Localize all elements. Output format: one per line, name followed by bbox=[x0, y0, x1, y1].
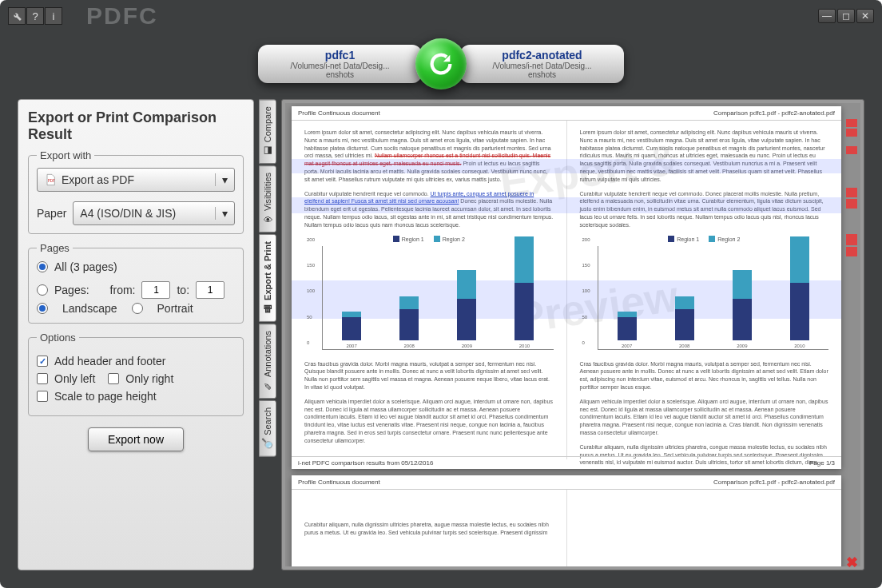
paper-label: Paper bbox=[37, 207, 66, 220]
chevron-down-icon: ▾ bbox=[215, 173, 228, 186]
svg-text:PDF: PDF bbox=[48, 179, 55, 183]
all-pages-label: All (3 pages) bbox=[54, 260, 117, 273]
file-right-card[interactable]: pdfc2-anotated /Volumes/i-net Data/Desig… bbox=[460, 45, 624, 83]
page-header-left: Profile Continuous document bbox=[298, 109, 380, 117]
preview-pane: Profile Continuous documentComparison pd… bbox=[281, 99, 864, 570]
pages-group: Pages All (3 pages) Pages: from: to: Lan… bbox=[28, 242, 244, 324]
preview-page-2: Profile Continuous documentComparison pd… bbox=[292, 475, 841, 566]
export-with-group: Export with PDF Export as PDF ▾ Paper A4… bbox=[28, 149, 244, 234]
page-footer-left: i-net PDFC comparison results from 05/12… bbox=[298, 459, 433, 467]
search-icon: 🔍 bbox=[262, 439, 273, 450]
file-right-name: pdfc2-anotated bbox=[502, 49, 582, 62]
pages-legend: Pages bbox=[37, 242, 73, 254]
export-panel: Export or Print Comparison Result Export… bbox=[18, 99, 254, 570]
diff-marker[interactable] bbox=[846, 199, 857, 209]
file-right-path: /Volumes/i-net Data/Desig...enshots bbox=[493, 62, 592, 79]
diff-highlight bbox=[292, 197, 841, 213]
file-left-name: pdfc1 bbox=[325, 49, 355, 62]
annotation-icon: ✎ bbox=[262, 380, 273, 391]
maximize-button[interactable]: ◻ bbox=[837, 9, 855, 23]
diff-highlight bbox=[292, 159, 841, 173]
radio-all-pages[interactable] bbox=[37, 261, 48, 272]
to-input[interactable] bbox=[196, 281, 224, 299]
eye-icon: 👁 bbox=[262, 214, 273, 225]
only-right-label: Only right bbox=[125, 372, 173, 385]
export-with-legend: Export with bbox=[37, 149, 94, 161]
diff-marker[interactable] bbox=[846, 188, 857, 197]
pages-range-label: Pages: bbox=[54, 284, 89, 296]
diff-marker[interactable] bbox=[846, 247, 857, 256]
help-icon[interactable]: ? bbox=[26, 7, 44, 25]
export-format-select[interactable]: PDF Export as PDF ▾ bbox=[37, 168, 235, 192]
page2-col-right bbox=[566, 490, 842, 566]
from-label: from: bbox=[110, 284, 136, 296]
info-icon[interactable]: i bbox=[45, 7, 62, 25]
options-group: Options Add header and footer Only left … bbox=[28, 332, 244, 416]
check-header-footer[interactable] bbox=[37, 356, 48, 367]
scale-label: Scale to page height bbox=[54, 390, 157, 403]
paper-select[interactable]: A4 (ISO/DIN & JIS) ▾ bbox=[73, 201, 235, 225]
chevron-down-icon: ▾ bbox=[215, 207, 228, 220]
diff-marker[interactable] bbox=[846, 119, 857, 127]
app-title: PDFC bbox=[86, 2, 158, 30]
compare-icon: ◧ bbox=[262, 145, 273, 157]
pdf-icon: PDF bbox=[44, 173, 57, 186]
export-format-value: Export as PDF bbox=[62, 173, 134, 186]
from-input[interactable] bbox=[141, 281, 170, 299]
close-button[interactable]: ✕ bbox=[856, 9, 874, 23]
tab-visibilities[interactable]: 👁Visibilities bbox=[259, 165, 276, 232]
tab-annotations[interactable]: ✎Annotations bbox=[259, 324, 276, 399]
check-only-left[interactable] bbox=[37, 373, 48, 384]
tab-search[interactable]: 🔍Search bbox=[259, 400, 276, 457]
diff-marker[interactable] bbox=[846, 129, 857, 137]
tab-export-print[interactable]: 🖶Export & Print bbox=[259, 234, 276, 322]
radio-pages-range[interactable] bbox=[37, 284, 48, 296]
to-label: to: bbox=[177, 284, 189, 296]
diff-marker[interactable] bbox=[846, 234, 857, 245]
portrait-label: Portrait bbox=[157, 302, 193, 315]
side-tabs: ◧Compare 👁Visibilities 🖶Export & Print ✎… bbox=[259, 99, 276, 570]
chart-left: Region 1Region 2050100150200200720082009… bbox=[304, 236, 554, 356]
page-footer-right: Page 1/3 bbox=[809, 459, 835, 467]
options-legend: Options bbox=[37, 332, 79, 344]
file-left-card[interactable]: pdfc1 /Volumes/i-net Data/Desig...enshot… bbox=[258, 45, 422, 83]
radio-landscape[interactable] bbox=[37, 303, 48, 314]
header-footer-label: Add header and footer bbox=[54, 355, 165, 368]
close-preview-icon[interactable]: ✖ bbox=[846, 554, 860, 568]
landscape-label: Landscape bbox=[62, 302, 117, 315]
export-button[interactable]: Export now bbox=[88, 427, 184, 451]
panel-title: Export or Print Comparison Result bbox=[28, 109, 244, 143]
minimize-button[interactable]: — bbox=[818, 9, 836, 23]
preview-page-1: Profile Continuous documentComparison pd… bbox=[292, 106, 841, 469]
tab-compare[interactable]: ◧Compare bbox=[259, 99, 276, 164]
print-icon: 🖶 bbox=[262, 304, 273, 315]
page2-col-left: Curabitur aliquam, nulla dignissim ultri… bbox=[292, 490, 566, 566]
diff-marker[interactable] bbox=[846, 146, 857, 154]
radio-portrait[interactable] bbox=[132, 303, 143, 314]
check-scale[interactable] bbox=[37, 391, 48, 402]
chart-right: Region 1Region 2050100150200200720082009… bbox=[580, 236, 829, 356]
only-left-label: Only left bbox=[54, 372, 95, 385]
check-only-right[interactable] bbox=[108, 373, 119, 384]
diff-overview-strip[interactable] bbox=[846, 109, 857, 560]
wrench-icon[interactable] bbox=[8, 7, 26, 25]
refresh-button[interactable] bbox=[415, 38, 467, 89]
file-left-path: /Volumes/i-net Data/Desig...enshots bbox=[291, 62, 390, 79]
paper-value: A4 (ISO/DIN & JIS) bbox=[80, 207, 176, 220]
page-header-right: Comparison pdfc1.pdf - pdfc2-anotated.pd… bbox=[713, 109, 835, 117]
